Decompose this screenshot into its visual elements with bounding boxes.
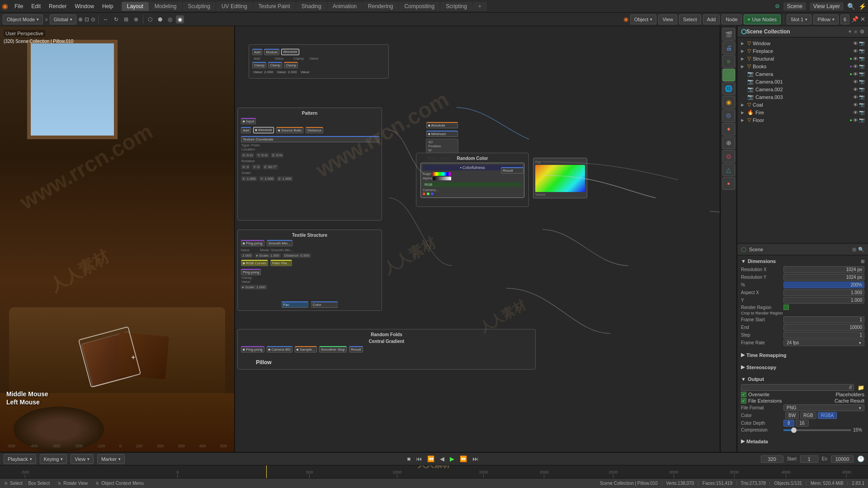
- node-minimum[interactable]: ■ Minimum: [426, 131, 458, 137]
- menu-window[interactable]: Window: [71, 2, 98, 10]
- object-props-icon[interactable]: ◉: [722, 96, 735, 108]
- viewport-bottom-handle[interactable]: [0, 448, 234, 452]
- workspace-uv-editing[interactable]: UV Editing: [216, 2, 253, 11]
- keying-dropdown[interactable]: Keying ▾: [40, 454, 67, 464]
- render-props-icon[interactable]: 🎬: [722, 28, 735, 41]
- node-absolute-3[interactable]: ■ Absolute: [426, 122, 458, 128]
- output-path-input[interactable]: //: [741, 384, 854, 391]
- snapping-icon[interactable]: ⊡: [85, 16, 89, 23]
- timeline-ruler[interactable]: -500 0 320 500 1000: [0, 465, 868, 478]
- structural-eye-btn[interactable]: 👁: [853, 56, 858, 61]
- viewport-mode-dropdown[interactable]: Object Mode ▾: [3, 14, 43, 24]
- time-remapping-title[interactable]: ▶ Time Remapping: [741, 351, 864, 359]
- solid-btn[interactable]: ⬢: [156, 15, 164, 23]
- fireplace-eye-btn[interactable]: 👁: [853, 48, 858, 54]
- camera-eye-btn[interactable]: 👁: [853, 71, 858, 77]
- camera001-render-btn[interactable]: 📷: [859, 79, 864, 84]
- modifier-props-icon[interactable]: ⚙: [722, 109, 735, 122]
- coal-render-btn[interactable]: 📷: [859, 102, 864, 107]
- sc-add-icon[interactable]: +: [849, 28, 852, 35]
- skip-start-btn[interactable]: ⏮: [415, 455, 423, 463]
- node-clamp-3[interactable]: Clamp: [284, 62, 298, 68]
- frame-rate-dropdown[interactable]: 24 fps ▾: [783, 339, 864, 346]
- workspace-animation[interactable]: Animation: [327, 2, 362, 11]
- node-camera-bg[interactable]: ■ Camera BG: [267, 346, 292, 352]
- node-result[interactable]: Result: [501, 167, 524, 174]
- node-fac-output[interactable]: Fac: [281, 301, 308, 308]
- stop-btn[interactable]: ■: [406, 455, 412, 463]
- node-texture-coord[interactable]: Texture Coordinate: [241, 136, 379, 142]
- compression-slider[interactable]: [783, 429, 851, 431]
- node-input-1[interactable]: ■ Input: [241, 118, 256, 124]
- floor-eye-btn[interactable]: 👁: [853, 117, 858, 123]
- floor-render-btn[interactable]: 📷: [859, 117, 864, 122]
- menu-edit[interactable]: Edit: [28, 2, 44, 10]
- constraints-props-icon[interactable]: ⊙: [722, 150, 735, 163]
- close-node-panel-icon[interactable]: ✕: [860, 16, 865, 23]
- workspace-modeling[interactable]: Modeling: [149, 2, 182, 11]
- node-absolute-1[interactable]: Absolute: [281, 49, 299, 55]
- camera001-eye-btn[interactable]: 👁: [853, 79, 858, 84]
- camera003-render-btn[interactable]: 📷: [859, 94, 864, 99]
- workspace-sculpting[interactable]: Sculpting: [183, 2, 216, 11]
- dimensions-title[interactable]: ▼ Dimensions ⊞: [741, 257, 864, 265]
- output-title[interactable]: ▼ Output: [741, 375, 864, 383]
- sc-filter-icon[interactable]: ≡: [854, 29, 857, 34]
- slot-number[interactable]: 6: [840, 14, 849, 24]
- menu-file[interactable]: File: [11, 2, 27, 10]
- node-ping-pong-1[interactable]: ■ Ping-pong: [241, 240, 264, 246]
- books-render-btn[interactable]: 📷: [859, 64, 864, 69]
- resolution-percent-input[interactable]: 200%: [783, 282, 864, 288]
- play-reverse-btn[interactable]: ◀: [439, 455, 446, 463]
- collection-fire[interactable]: ▶ 🔥 Fire 👁 📷: [739, 108, 866, 116]
- node-modulo-1[interactable]: Modulo: [264, 49, 279, 55]
- node-smoother-stop[interactable]: Smoother Stop: [319, 346, 347, 352]
- material-preview-btn[interactable]: ◎: [166, 15, 174, 23]
- props-search-icon[interactable]: 🔍: [858, 247, 864, 253]
- pin-icon[interactable]: 📌: [851, 16, 859, 23]
- window-render-btn[interactable]: 📷: [859, 41, 864, 46]
- physics-props-icon[interactable]: ⊕: [722, 136, 735, 149]
- camera002-render-btn[interactable]: 📷: [859, 87, 864, 92]
- output-folder-icon[interactable]: 📁: [858, 385, 864, 391]
- collection-camera[interactable]: 📷 Camera ● 👁 📷: [739, 70, 866, 78]
- fire-render-btn[interactable]: 📷: [859, 110, 864, 115]
- viewport-resize-handle[interactable]: [231, 26, 234, 452]
- collection-camera001[interactable]: 📷 Camera.001 👁 📷: [739, 78, 866, 85]
- node-select-btn[interactable]: Select: [679, 14, 701, 24]
- move-tool-btn[interactable]: ↔: [101, 15, 110, 23]
- node-color-output[interactable]: Color: [311, 301, 338, 308]
- world-props-icon[interactable]: 🌐: [722, 82, 735, 95]
- compression-thumb[interactable]: [791, 427, 797, 433]
- resolution-y-input[interactable]: 1024 px: [783, 274, 864, 281]
- scene-selector[interactable]: Scene: [783, 2, 806, 10]
- depth-8-btn[interactable]: 8: [783, 420, 794, 427]
- collection-window[interactable]: ▶ ▽ Window 👁 📷: [739, 39, 866, 47]
- camera003-eye-btn[interactable]: 👁: [853, 94, 858, 100]
- overwrite-checkbox[interactable]: ✓: [741, 392, 746, 397]
- frame-start-input[interactable]: 1: [783, 316, 864, 323]
- node-smooth-min[interactable]: Smooth Min...: [267, 240, 292, 246]
- fileext-checkbox[interactable]: ✓: [741, 398, 746, 404]
- view-layer-icon[interactable]: ≡: [722, 55, 735, 68]
- coal-eye-btn[interactable]: 👁: [853, 102, 858, 108]
- workspace-layout[interactable]: Layout: [122, 2, 149, 11]
- menu-render[interactable]: Render: [45, 2, 70, 10]
- step-forward-btn[interactable]: ⏩: [458, 455, 468, 463]
- fireplace-render-btn[interactable]: 📷: [859, 48, 864, 53]
- node-distance[interactable]: Distance: [306, 127, 323, 133]
- context-menu-status[interactable]: 🖱 Object Context Menu: [95, 481, 144, 486]
- collection-fireplace[interactable]: ▶ ▽ Fireplace 👁 📷: [739, 47, 866, 55]
- metadata-title[interactable]: ▶ Metadata: [741, 437, 864, 446]
- slot-selector[interactable]: Slot 1 ▾: [787, 14, 811, 24]
- rgb-btn[interactable]: RGB: [800, 412, 816, 419]
- node-node-btn[interactable]: Node: [722, 14, 741, 24]
- transform-global-dropdown[interactable]: Global ▾: [50, 14, 76, 24]
- select-status[interactable]: 🖱 Select | Box Select: [4, 481, 50, 486]
- viewport-3d[interactable]: www.rrcn.com 人人素材 + User Perspective (32…: [0, 26, 235, 452]
- node-add-1[interactable]: Add: [252, 49, 262, 55]
- collection-structural[interactable]: ▶ ▽ Structural ● 👁 📷: [739, 55, 866, 62]
- rotate-tool-btn[interactable]: ↻: [112, 15, 120, 23]
- aspect-x-input[interactable]: 1.000: [783, 289, 864, 296]
- rendered-btn[interactable]: ◉: [176, 15, 184, 23]
